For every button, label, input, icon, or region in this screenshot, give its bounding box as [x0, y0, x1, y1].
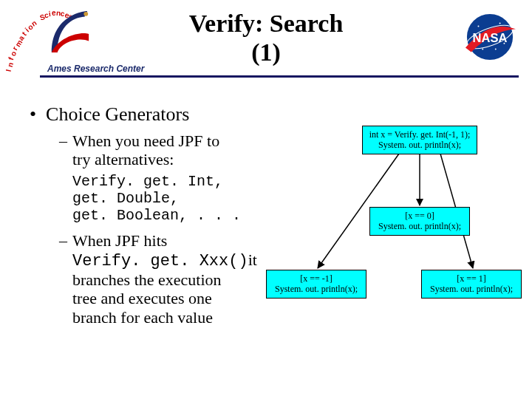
mid-l1: [x == 0] — [405, 211, 434, 221]
bullet-main-text: Choice Generators — [46, 103, 189, 125]
svg-point-4 — [499, 23, 501, 24]
sub1-line1: When you need JPF to — [72, 132, 219, 150]
code1-l3: get. Boolean, . . . — [72, 207, 241, 224]
code1-l2: get. Double, — [72, 190, 179, 207]
root-l2: System. out. println(x); — [378, 140, 461, 150]
sub-item-2: –When JPF hits Verify. get. Xxx()it bran… — [59, 231, 288, 326]
tree-node-right: [x == 1] System. out. println(x); — [421, 270, 522, 299]
svg-point-7 — [495, 49, 497, 50]
svg-point-3 — [477, 25, 479, 27]
svg-point-6 — [482, 49, 483, 50]
nasa-text: NASA — [473, 31, 508, 44]
slide-title: Verify: Search (1) — [0, 9, 532, 66]
sub2-block: Verify. get. Xxx()it branches the execut… — [72, 250, 288, 327]
bullet-sub-list: –When you need JPF to try alternatives: … — [59, 132, 288, 327]
title-line1: Verify: Search — [189, 10, 344, 37]
sub2-cont2: branches the execution — [72, 270, 222, 289]
tree-node-left: [x == -1] System. out. println(x); — [266, 270, 366, 299]
sub2-cont1: it — [248, 250, 257, 269]
sub2-line1: When JPF hits — [72, 231, 167, 250]
code1-l1: Verify. get. Int, — [72, 173, 223, 190]
root-l1: int x = Verify. get. Int(-1, 1); — [369, 129, 471, 140]
right-l1: [x == 1] — [457, 273, 486, 284]
svg-point-5 — [503, 43, 505, 44]
sub1-line2: try alternatives: — [72, 150, 288, 168]
right-l2: System. out. println(x); — [430, 284, 513, 294]
sub2-cont4: branch for each value — [72, 308, 213, 327]
sub2-cont3: tree and executes one — [72, 289, 212, 307]
code-block-1: Verify. get. Int, get. Double, get. Bool… — [72, 173, 288, 224]
mid-l2: System. out. println(x); — [378, 221, 461, 231]
slide-header: I n f o r m a t i o n S c i e n c e s Am… — [0, 0, 532, 89]
left-l2: System. out. println(x); — [275, 284, 358, 294]
execution-tree-diagram: int x = Verify. get. Int(-1, 1); System.… — [318, 126, 525, 325]
code2-inline: Verify. get. Xxx() — [72, 252, 248, 270]
sub-item-1: –When you need JPF to try alternatives: — [59, 132, 288, 169]
left-l1: [x == -1] — [300, 273, 332, 284]
header-rule — [40, 75, 519, 78]
title-line2: (1) — [251, 38, 281, 66]
tree-node-mid: [x == 0] System. out. println(x); — [369, 207, 470, 236]
bullet-main: • Choice Generators — [30, 103, 502, 126]
tree-node-root: int x = Verify. get. Int(-1, 1); System.… — [362, 126, 477, 154]
nasa-logo-icon: NASA — [461, 12, 519, 62]
